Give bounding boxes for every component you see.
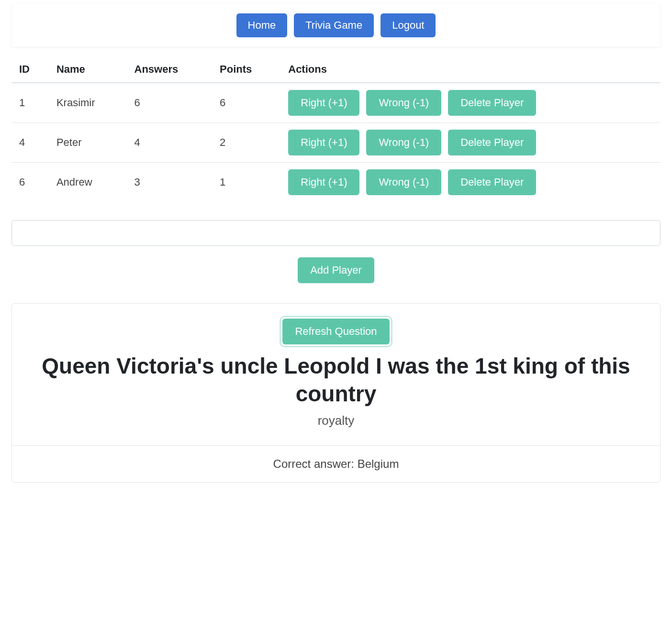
cell-name: Peter [49, 123, 127, 163]
cell-id: 6 [11, 163, 49, 202]
wrong-button[interactable]: Wrong (-1) [366, 169, 441, 195]
cell-id: 1 [11, 83, 49, 123]
add-player-button[interactable]: Add Player [298, 257, 374, 283]
right-button[interactable]: Right (+1) [288, 130, 359, 155]
add-player-input-row [11, 220, 661, 246]
th-points: Points [212, 56, 280, 83]
cell-points: 1 [212, 163, 280, 202]
question-text: Queen Victoria's uncle Leopold I was the… [31, 353, 641, 408]
nav-home-button[interactable]: Home [236, 13, 288, 37]
wrong-button[interactable]: Wrong (-1) [366, 130, 441, 155]
cell-actions: Right (+1)Wrong (-1)Delete Player [280, 163, 661, 202]
cell-answers: 4 [127, 123, 213, 163]
actions-wrap: Right (+1)Wrong (-1)Delete Player [288, 90, 653, 116]
cell-actions: Right (+1)Wrong (-1)Delete Player [280, 83, 661, 123]
cell-name: Krasimir [49, 83, 127, 123]
refresh-button-focus-ring: Refresh Question [281, 317, 391, 346]
cell-points: 2 [212, 123, 280, 163]
player-name-input[interactable] [11, 220, 661, 246]
question-card-footer: Correct answer: Belgium [12, 445, 660, 482]
delete-player-button[interactable]: Delete Player [448, 90, 536, 116]
cell-points: 6 [212, 83, 280, 123]
nav-logout-button[interactable]: Logout [381, 13, 436, 37]
add-player-row: Add Player [11, 257, 661, 283]
table-row: 6Andrew31Right (+1)Wrong (-1)Delete Play… [11, 163, 661, 202]
wrong-button[interactable]: Wrong (-1) [366, 90, 441, 116]
table-row: 4Peter42Right (+1)Wrong (-1)Delete Playe… [11, 123, 661, 163]
th-name: Name [49, 56, 127, 83]
th-answers: Answers [127, 56, 213, 83]
refresh-question-button[interactable]: Refresh Question [282, 319, 389, 344]
nav-trivia-button[interactable]: Trivia Game [294, 13, 374, 37]
question-card: Refresh Question Queen Victoria's uncle … [11, 303, 661, 483]
question-category: royalty [31, 413, 641, 428]
th-actions: Actions [280, 56, 661, 83]
cell-id: 4 [11, 123, 49, 163]
delete-player-button[interactable]: Delete Player [448, 130, 536, 155]
delete-player-button[interactable]: Delete Player [448, 169, 536, 195]
right-button[interactable]: Right (+1) [288, 169, 359, 195]
cell-name: Andrew [49, 163, 127, 202]
navbar: Home Trivia Game Logout [11, 4, 661, 47]
answer-label: Correct answer: [273, 457, 358, 470]
answer-value: Belgium [358, 457, 399, 470]
cell-actions: Right (+1)Wrong (-1)Delete Player [280, 123, 661, 163]
th-id: ID [11, 56, 49, 83]
actions-wrap: Right (+1)Wrong (-1)Delete Player [288, 130, 653, 155]
cell-answers: 6 [127, 83, 213, 123]
players-table: ID Name Answers Points Actions 1Krasimir… [11, 56, 661, 202]
right-button[interactable]: Right (+1) [288, 90, 359, 116]
cell-answers: 3 [127, 163, 213, 202]
question-card-body: Refresh Question Queen Victoria's uncle … [12, 304, 660, 445]
actions-wrap: Right (+1)Wrong (-1)Delete Player [288, 169, 653, 195]
table-row: 1Krasimir66Right (+1)Wrong (-1)Delete Pl… [11, 83, 661, 123]
